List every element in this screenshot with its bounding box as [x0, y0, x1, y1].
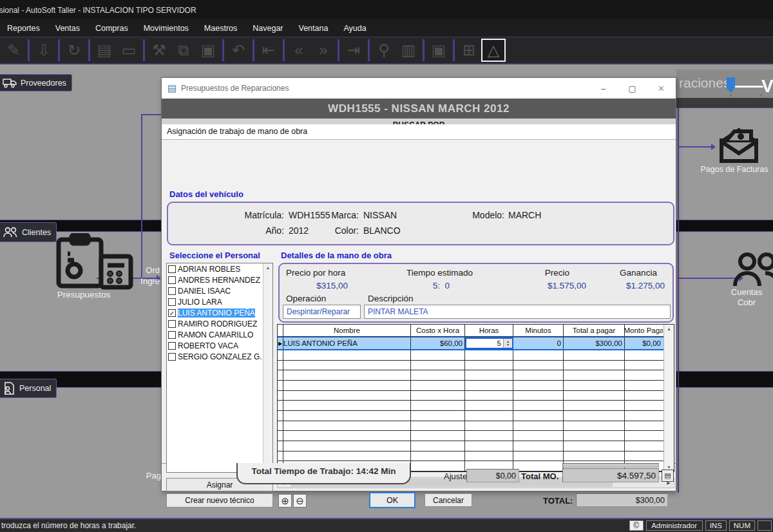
presupuestos-icon[interactable] — [55, 233, 135, 292]
refresh-icon[interactable]: ↻ — [62, 39, 86, 62]
personnel-item[interactable]: ROBERTO VACA — [167, 340, 263, 351]
maximize-icon[interactable]: ▢ — [618, 78, 647, 99]
copy-icon[interactable]: ⧉ — [171, 39, 196, 62]
checkbox-unchecked[interactable] — [168, 353, 176, 361]
empty-cell — [278, 350, 283, 360]
cell-costo-hora[interactable]: $60,00 — [411, 337, 465, 349]
sidebar-item-proveedores[interactable]: Proveedores — [0, 74, 72, 91]
table-row-selector-header — [278, 325, 283, 336]
edit-icon[interactable]: ✎ — [1, 39, 26, 62]
table-row-empty[interactable] — [278, 350, 663, 361]
ok-button[interactable]: OK — [369, 492, 415, 508]
spinner-down-icon[interactable]: ▼ — [506, 343, 510, 347]
menu-item-maestros[interactable]: Maestros — [196, 24, 245, 33]
table-row-empty[interactable] — [278, 431, 663, 441]
menu-item-movimientos[interactable]: Movimientos — [135, 24, 197, 33]
cell-nombre[interactable]: LUIS ANTONIO PEÑA — [283, 337, 411, 349]
calculator-button[interactable]: ▤ — [662, 470, 674, 482]
scroll-up-icon[interactable]: ▲ — [667, 325, 671, 333]
paste-icon[interactable]: ▣ — [196, 39, 220, 62]
table-row-empty[interactable] — [278, 411, 663, 421]
prev-icon[interactable]: « — [287, 39, 311, 62]
empty-cell — [411, 431, 465, 441]
minimize-icon[interactable]: – — [589, 78, 618, 99]
personnel-item[interactable]: SERGIO GONZALEZ G. — [167, 351, 263, 362]
pagos-facturas-icon[interactable] — [716, 128, 761, 166]
checkbox-unchecked[interactable] — [168, 331, 176, 339]
search-icon[interactable]: ⚲ — [372, 39, 396, 62]
checkbox-unchecked[interactable] — [168, 276, 176, 284]
report-icon[interactable]: ▥ — [396, 39, 421, 62]
checkbox-unchecked[interactable] — [168, 265, 176, 273]
operacion-field[interactable]: Despintar/Reparar — [283, 305, 361, 319]
table-row-empty[interactable] — [278, 391, 663, 401]
monitor-icon[interactable]: ▭ — [117, 39, 141, 62]
ajuste-field[interactable]: $0,00 — [466, 469, 519, 482]
menu-item-reportes[interactable]: Reportes — [0, 24, 48, 33]
table-vertical-scrollbar[interactable]: ▲ ▼ — [663, 325, 674, 471]
table-row-empty[interactable] — [278, 361, 663, 371]
undo-icon[interactable]: ↶ — [226, 39, 251, 62]
cancel-button[interactable]: Cancelar — [425, 493, 472, 507]
personnel-list-scrollbar[interactable]: ▲ ▼ — [263, 263, 272, 472]
horas-input[interactable]: 5 — [466, 339, 503, 348]
logo-partial: V — [761, 76, 773, 97]
last-record-icon[interactable]: ⇥ — [341, 39, 366, 62]
pointer-icon[interactable]: △ — [481, 39, 506, 62]
crear-tecnico-button[interactable]: Crear nuevo técnico — [166, 493, 273, 508]
cell-minutos[interactable]: 0 — [513, 337, 564, 349]
column-header-horas[interactable]: Horas — [465, 325, 513, 336]
checkbox-unchecked[interactable] — [168, 342, 176, 350]
personnel-item[interactable]: ADRIAN ROBLES — [167, 263, 263, 274]
tools-icon[interactable]: ⚒ — [147, 39, 171, 62]
personnel-item[interactable]: RAMIRO RODRIGUEZ — [167, 318, 263, 329]
column-header-costo-x-hora[interactable]: Costo x Hora — [411, 325, 465, 336]
table-row-empty[interactable] — [278, 401, 663, 411]
column-header-nombre[interactable]: Nombre — [283, 325, 411, 336]
cell-monto-pagado[interactable]: $0,00 — [625, 337, 663, 349]
lock-icon[interactable]: ▣ — [426, 39, 451, 62]
add-row-button[interactable]: ⊕ — [278, 494, 292, 508]
sidebar-item-personal[interactable]: Personal — [0, 379, 57, 398]
column-header-monto-paga[interactable]: Monto Paga — [625, 325, 663, 336]
cuentas-cobrar-icon[interactable] — [733, 252, 773, 292]
dialog-title-bar[interactable]: ▤ Presupuestos de Reparaciones – ▢ ✕ — [162, 78, 676, 99]
table-row-empty[interactable] — [278, 421, 663, 432]
table-row-empty[interactable] — [278, 441, 663, 451]
checkbox-unchecked[interactable] — [168, 320, 176, 328]
sidebar-item-clientes[interactable]: Clientes — [0, 222, 57, 242]
cell-total-pagar[interactable]: $300,00 — [564, 337, 625, 349]
menu-item-ventas[interactable]: Ventas — [47, 24, 88, 33]
cell-horas-editor[interactable]: 5▲▼ — [465, 337, 513, 349]
table-row-empty[interactable] — [278, 370, 663, 381]
personnel-item[interactable]: ✓LUIS ANTONIO PEÑA — [167, 307, 263, 318]
personnel-item[interactable]: RAMON CAMARILLO — [167, 329, 263, 340]
remove-row-button[interactable]: ⊖ — [293, 494, 307, 508]
scroll-up-icon[interactable]: ▲ — [266, 263, 271, 272]
checkbox-unchecked[interactable] — [168, 298, 176, 306]
horas-spinner[interactable]: ▲▼ — [503, 339, 512, 348]
grid-icon[interactable]: ⊞ — [457, 39, 481, 62]
personnel-item[interactable]: JULIO LARA — [167, 296, 263, 307]
assignments-table[interactable]: NombreCosto x HoraHorasMinutosTotal a pa… — [277, 324, 674, 472]
menu-item-navegar[interactable]: Navegar — [244, 24, 291, 33]
menu-item-ayuda[interactable]: Ayuda — [335, 24, 374, 33]
assignment-row[interactable]: ▶LUIS ANTONIO PEÑA$60,005▲▼0$300,00$0,00 — [278, 337, 663, 350]
descripcion-field[interactable]: PINTAR MALETA — [364, 305, 671, 319]
next-icon[interactable]: » — [311, 39, 336, 62]
column-header-total-a-pagar[interactable]: Total a pagar — [564, 325, 625, 336]
print-icon[interactable]: ▤ — [92, 39, 117, 62]
table-row-empty[interactable] — [278, 381, 663, 391]
close-icon[interactable]: ✕ — [647, 78, 676, 99]
first-record-icon[interactable]: ⇤ — [256, 39, 281, 62]
personnel-item[interactable]: DANIEL ISAAC — [167, 285, 263, 296]
menu-item-ventana[interactable]: Ventana — [291, 24, 337, 33]
table-row-empty[interactable] — [278, 451, 663, 462]
menu-item-compras[interactable]: Compras — [87, 24, 137, 33]
personnel-item[interactable]: ANDRES HERNANDEZ — [167, 274, 263, 285]
column-header-minutos[interactable]: Minutos — [513, 325, 564, 336]
save-icon[interactable]: ⇩ — [32, 39, 56, 62]
checkbox-unchecked[interactable] — [168, 287, 176, 295]
checkbox-checked[interactable]: ✓ — [168, 309, 176, 317]
personnel-list[interactable]: ADRIAN ROBLESANDRES HERNANDEZDANIEL ISAA… — [166, 263, 273, 473]
